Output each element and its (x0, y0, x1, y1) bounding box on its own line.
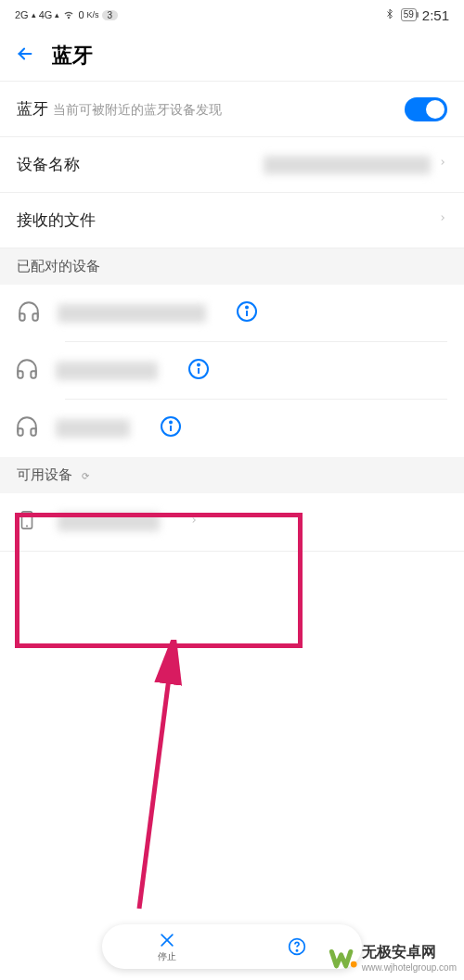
info-icon[interactable] (160, 415, 182, 441)
received-files-row[interactable]: 接收的文件 (0, 193, 464, 248)
paired-device-row[interactable] (0, 400, 464, 457)
status-right: 59 2:51 (384, 7, 449, 23)
bluetooth-switch[interactable] (405, 97, 447, 121)
info-icon[interactable] (187, 358, 210, 384)
watermark-logo-icon (329, 944, 356, 972)
status-left: 2G ▴ 4G ▴ 0 K/s 3 (15, 7, 118, 22)
signal-2g: 2G (15, 9, 29, 20)
status-bar: 2G ▴ 4G ▴ 0 K/s 3 59 2:51 (0, 0, 464, 30)
bluetooth-label: 蓝牙 (17, 100, 48, 118)
network-speed-value: 0 (78, 9, 84, 20)
page-title: 蓝牙 (52, 42, 93, 70)
device-name-label: 设备名称 (17, 154, 80, 175)
svg-line-13 (139, 656, 172, 909)
chevron-right-icon (438, 210, 447, 230)
bluetooth-toggle-row[interactable]: 蓝牙 当前可被附近的蓝牙设备发现 (0, 82, 464, 137)
device-name-row[interactable]: 设备名称 (0, 137, 464, 193)
help-button[interactable] (288, 937, 306, 957)
paired-device-name (56, 419, 130, 438)
received-files-label: 接收的文件 (17, 210, 96, 231)
available-devices-header: 可用设备 ⟳ (0, 457, 464, 493)
watermark: 无极安卓网 www.wjhotelgroup.com (329, 943, 457, 973)
wifi-icon (62, 7, 75, 22)
available-device-row[interactable] (0, 493, 464, 552)
svg-point-17 (296, 949, 297, 950)
battery-indicator: 59 (401, 8, 417, 21)
paired-devices-header: 已配对的设备 (0, 248, 464, 285)
svg-point-6 (198, 364, 200, 366)
svg-point-3 (246, 307, 248, 309)
clock: 2:51 (422, 7, 449, 23)
page-header: 蓝牙 (0, 30, 464, 82)
available-device-name (58, 513, 160, 531)
svg-point-9 (170, 422, 172, 424)
bluetooth-status-icon (384, 7, 395, 23)
headphones-icon (15, 357, 41, 385)
watermark-url: www.wjhotelgroup.com (362, 962, 457, 973)
notification-count-badge: 3 (102, 10, 119, 20)
svg-point-18 (351, 961, 357, 968)
bluetooth-sub: 当前可被附近的蓝牙设备发现 (53, 102, 222, 117)
paired-device-row[interactable] (0, 285, 464, 342)
signal-4g: 4G (39, 9, 53, 20)
paired-device-name (56, 362, 158, 380)
info-icon[interactable] (236, 300, 258, 326)
scanning-spinner-icon: ⟳ (82, 471, 89, 481)
phone-icon (17, 508, 43, 536)
bottom-action-bar: 停止 (102, 924, 362, 969)
network-speed-unit: K/s (87, 10, 99, 19)
paired-device-row[interactable] (0, 342, 464, 400)
back-button[interactable] (15, 44, 35, 68)
chevron-right-icon (438, 155, 447, 174)
paired-device-name (58, 304, 206, 323)
chevron-right-icon (189, 513, 199, 531)
tutorial-arrow (102, 640, 213, 918)
watermark-brand: 无极安卓网 (362, 943, 457, 962)
stop-label: 停止 (158, 950, 176, 963)
headphones-icon (17, 299, 43, 327)
device-name-value (264, 156, 431, 174)
headphones-icon (15, 414, 41, 442)
svg-point-0 (69, 18, 70, 19)
stop-button[interactable]: 停止 (158, 931, 176, 963)
